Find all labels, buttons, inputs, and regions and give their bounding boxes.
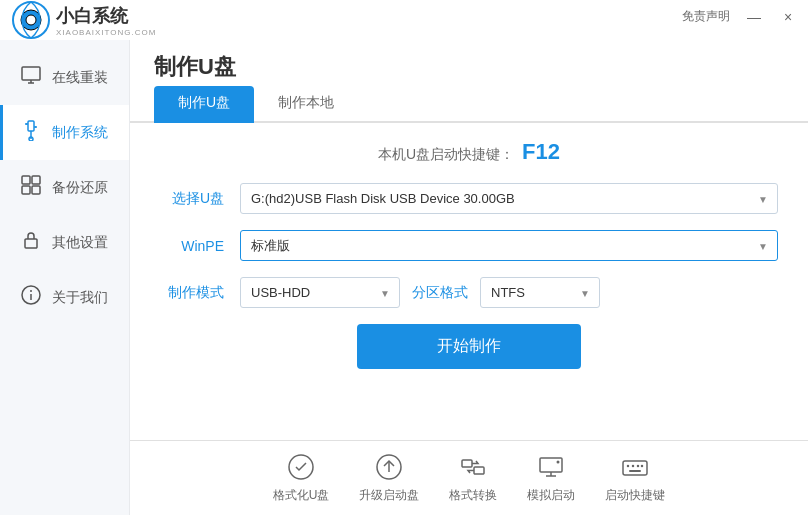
logo-icon [12,1,50,39]
convert-icon [458,452,488,482]
partition-select-wrapper: NTFS [480,277,600,308]
minimize-button[interactable]: — [744,9,764,25]
winpe-row: WinPE 标准版 [160,230,778,261]
grid-icon [20,174,42,201]
start-btn-row: 开始制作 [160,324,778,369]
tabs-bar: 制作U盘 制作本地 [130,86,808,123]
usb-select-wrapper: G:(hd2)USB Flash Disk USB Device 30.00GB [240,183,778,214]
mode-select-wrapper: USB-HDD [240,277,400,308]
sidebar-item-about-us[interactable]: 关于我们 [0,270,129,325]
titlebar-right: 免责声明 — × [682,8,798,25]
usb-select-row: 选择U盘 G:(hd2)USB Flash Disk USB Device 30… [160,183,778,214]
upgrade-boot-label: 升级启动盘 [359,487,419,504]
shortcut-prefix: 本机U盘启动快捷键： [378,146,514,162]
svg-point-12 [35,126,37,128]
svg-rect-13 [22,176,30,184]
sidebar-item-online-reinstall[interactable]: 在线重装 [0,50,129,105]
upload-circle-icon [374,452,404,482]
logo-text-block: 小白系统 XIAOBAIXITONG.COM [56,4,156,37]
toolbar-format-convert[interactable]: 格式转换 [449,452,497,504]
sidebar-item-backup-restore[interactable]: 备份还原 [0,160,129,215]
sidebar-label-about-us: 关于我们 [52,289,108,307]
bottom-toolbar: 格式化U盘 升级启动盘 [130,440,808,515]
usb-select[interactable]: G:(hd2)USB Flash Disk USB Device 30.00GB [240,183,778,214]
sidebar-label-other-settings: 其他设置 [52,234,108,252]
format-usb-label: 格式化U盘 [273,487,330,504]
svg-rect-6 [28,121,34,131]
partition-label: 分区格式 [412,284,468,302]
mode-select[interactable]: USB-HDD [240,277,400,308]
svg-point-20 [30,290,32,292]
svg-point-29 [557,461,560,464]
logo-sub-text: XIAOBAIXITONG.COM [56,28,156,37]
svg-rect-16 [32,186,40,194]
close-button[interactable]: × [778,9,798,25]
mode-partition-row: 制作模式 USB-HDD 分区格式 NTFS [160,277,778,308]
content-area: 制作U盘 制作U盘 制作本地 本机U盘启动快捷键： F12 选择U盘 G:(hd… [130,40,808,515]
mode-label: 制作模式 [160,284,240,302]
shortcut-key: F12 [522,139,560,164]
sidebar-item-other-settings[interactable]: 其他设置 [0,215,129,270]
toolbar-simulate-boot[interactable]: 模拟启动 [527,452,575,504]
svg-rect-26 [540,458,562,472]
format-convert-label: 格式转换 [449,487,497,504]
svg-rect-3 [22,67,40,80]
usb-icon [20,119,42,146]
main-layout: 在线重装 制作系统 [0,40,808,515]
shortcut-line: 本机U盘启动快捷键： F12 [160,139,778,165]
winpe-select[interactable]: 标准版 [240,230,778,261]
winpe-select-wrapper: 标准版 [240,230,778,261]
logo-main-text: 小白系统 [56,4,156,28]
winpe-label: WinPE [160,238,240,254]
sidebar-label-make-system: 制作系统 [52,124,108,142]
svg-rect-25 [474,467,484,474]
page-title: 制作U盘 [154,52,236,82]
lock-icon [20,229,42,256]
tab-make-local[interactable]: 制作本地 [254,86,358,123]
tab-make-usb[interactable]: 制作U盘 [154,86,254,123]
toolbar-boot-shortcut[interactable]: 启动快捷键 [605,452,665,504]
boot-shortcut-label: 启动快捷键 [605,487,665,504]
svg-point-10 [25,123,27,125]
sidebar-label-backup-restore: 备份还原 [52,179,108,197]
monitor-icon [20,64,42,91]
usb-label: 选择U盘 [160,190,240,208]
disclaimer-link[interactable]: 免责声明 [682,8,730,25]
sidebar-label-online-reinstall: 在线重装 [52,69,108,87]
form-area: 本机U盘启动快捷键： F12 选择U盘 G:(hd2)USB Flash Dis… [130,123,808,440]
partition-select[interactable]: NTFS [480,277,600,308]
svg-rect-14 [32,176,40,184]
check-circle-icon [286,452,316,482]
keyboard-icon [620,452,650,482]
logo-area: 小白系统 XIAOBAIXITONG.COM [12,1,192,39]
simulate-boot-label: 模拟启动 [527,487,575,504]
info-icon [20,284,42,311]
desktop-icon [536,452,566,482]
titlebar: 小白系统 XIAOBAIXITONG.COM 免责声明 — × [0,0,808,40]
svg-rect-15 [22,186,30,194]
sidebar: 在线重装 制作系统 [0,40,130,515]
start-button[interactable]: 开始制作 [357,324,581,369]
svg-point-2 [26,15,36,25]
toolbar-format-usb[interactable]: 格式化U盘 [273,452,330,504]
sidebar-item-make-system[interactable]: 制作系统 [0,105,129,160]
svg-rect-17 [25,239,37,248]
page-header: 制作U盘 [130,40,808,82]
toolbar-upgrade-boot[interactable]: 升级启动盘 [359,452,419,504]
svg-rect-30 [623,461,647,475]
svg-rect-24 [462,460,472,467]
